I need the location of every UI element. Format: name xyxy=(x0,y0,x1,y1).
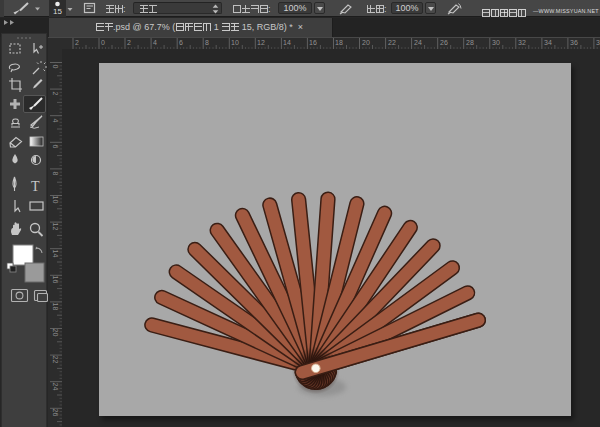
svg-text:T: T xyxy=(31,179,40,194)
svg-text:15: 15 xyxy=(53,7,62,16)
